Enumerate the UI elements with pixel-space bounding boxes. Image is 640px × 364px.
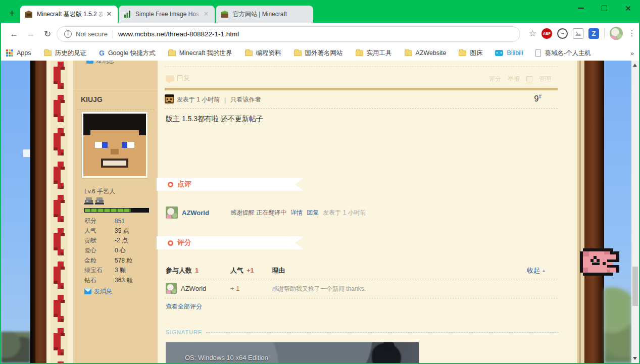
stat-label: 金粒	[84, 256, 115, 265]
manage-checkbox[interactable]	[526, 76, 532, 82]
post-header-dashed-divider	[165, 109, 558, 109]
previous-post-message-link[interactable]: 发消息	[86, 61, 114, 65]
comments-title: 点评	[177, 180, 191, 189]
bookmark-folder-foreign-sites[interactable]: 国外著名网站	[294, 49, 343, 58]
reply-button[interactable]: 回复	[166, 74, 190, 83]
rater-avatar[interactable]	[166, 283, 177, 294]
participants-header: 参与人数 1	[166, 266, 199, 275]
rate-link[interactable]: 评分	[489, 75, 501, 83]
maximize-button[interactable]	[593, 0, 616, 16]
tab-close-icon[interactable]: ✕	[202, 10, 210, 18]
browser-menu-button[interactable]: ⋮	[628, 29, 636, 38]
rater-name-link[interactable]: AZWorld	[181, 285, 206, 292]
bookmark-folder-azwebsite[interactable]: AZWebsite	[405, 49, 447, 57]
scrollbar-thumb[interactable]	[632, 267, 638, 306]
avatar-image	[610, 27, 623, 40]
poster-mini-avatar[interactable]	[165, 94, 174, 103]
bookmark-label: 实用工具	[367, 49, 392, 58]
tab-minecraft-official[interactable]: 官方网站 | Minecraft	[216, 6, 313, 23]
report-link[interactable]: 举报	[508, 75, 520, 83]
stat-popularity: 人气35 点	[84, 226, 132, 236]
bookmark-folder-minecraft[interactable]: Minecraft 我的世界	[168, 49, 232, 58]
tab-image-host[interactable]: Simple Free Image Hos ✕	[119, 6, 215, 23]
commenter-avatar[interactable]	[166, 206, 178, 219]
comment-detail-link[interactable]: 详情	[290, 209, 303, 217]
url-text[interactable]: www.mcbbs.net/thread-808822-1-1.html	[118, 30, 239, 38]
send-message-link[interactable]: 发消息	[96, 61, 114, 65]
stat-value[interactable]: 851	[115, 218, 125, 225]
post-time: 发表于 1 小时前	[177, 95, 220, 104]
maximize-icon	[602, 6, 607, 11]
tab-close-icon[interactable]: ✕	[105, 10, 113, 18]
page-border-khaki-right	[577, 61, 584, 363]
bookmark-personal-host[interactable]: 葵域名-个人主机	[535, 49, 591, 58]
reason-header: 理由	[272, 266, 285, 275]
signature-label: SIGNATURE	[166, 329, 202, 335]
collapse-link[interactable]: 收起	[527, 266, 540, 275]
new-tab-button[interactable]: +	[6, 8, 18, 20]
screenshot-extension-icon[interactable]	[573, 28, 583, 39]
participants-label: 参与人数	[166, 266, 192, 275]
red-bracket-pattern	[46, 61, 73, 363]
commenter-name-link[interactable]: AZWorld	[182, 209, 230, 217]
ratings-title: 评分	[177, 238, 191, 247]
info-icon[interactable]: i	[64, 30, 72, 38]
minimize-button[interactable]	[569, 0, 593, 16]
folder-icon	[356, 50, 363, 56]
back-button[interactable]: ←	[8, 28, 20, 40]
toolbar-right: ☆ ABP ~ Z ⋮	[529, 27, 636, 40]
comment-reply-link[interactable]: 回复	[307, 209, 319, 217]
reply-label: 回复	[177, 74, 190, 83]
send-message[interactable]: 发消息	[84, 287, 112, 296]
send-message-link[interactable]: 发消息	[94, 287, 112, 296]
stat-gold: 金粒578 粒	[84, 255, 132, 266]
bookmark-star-icon[interactable]: ☆	[529, 28, 536, 39]
author-avatar[interactable]	[82, 112, 147, 178]
google-g-icon: G	[99, 49, 105, 57]
ratings-section-header: 评分	[157, 236, 304, 249]
sidebar-post-divider	[73, 89, 158, 90]
tab-title-fade	[94, 6, 106, 23]
mountain-icon	[575, 31, 581, 36]
adblock-extension-icon[interactable]: ABP	[541, 28, 552, 39]
author-username[interactable]: KIUJG	[81, 95, 103, 103]
bookmark-label: 图床	[470, 49, 482, 58]
tab-mcbbs[interactable]: Minecraft 基岩版 1.5.2 发 ✕	[20, 6, 118, 23]
floor-hash: #	[538, 94, 541, 99]
apps-shortcut[interactable]: Apps	[6, 49, 31, 57]
profile-avatar[interactable]	[610, 27, 623, 40]
scroll-up-arrow[interactable]	[633, 64, 637, 67]
bookmark-folder-image-host[interactable]: 图床	[459, 49, 482, 58]
stat-emerald: 绿宝石3 颗	[84, 266, 132, 276]
reload-button[interactable]: ↻	[41, 28, 54, 40]
stat-value: 35 点	[115, 227, 129, 235]
scroll-down-arrow[interactable]	[633, 357, 637, 360]
forward-button[interactable]: →	[25, 28, 37, 40]
author-sidebar: 发消息 KIUJG Lv	[73, 61, 158, 363]
bookmark-folder-programming[interactable]: 编程资料	[245, 49, 281, 58]
folder-icon	[405, 50, 412, 56]
bookmark-folder-history[interactable]: 历史的见证	[44, 49, 87, 58]
medal-icon	[84, 197, 93, 204]
close-button[interactable]: ✕	[616, 0, 640, 16]
address-bar[interactable]: i Not secure www.mcbbs.net/thread-808822…	[57, 26, 520, 42]
rater-avatar-image	[166, 283, 177, 294]
view-all-ratings-link[interactable]: 查看全部评分	[166, 302, 202, 311]
bookmark-bilibili[interactable]: Bilibili	[495, 49, 523, 57]
rating-reason: 感谢帮助我又抢了一个新闻 thanks.	[272, 285, 366, 293]
bookmarks-overflow-chevron[interactable]: »	[630, 49, 634, 57]
toolbar-divider	[604, 28, 605, 38]
omnibox-divider	[113, 30, 113, 38]
stat-label: 钻石	[84, 276, 115, 285]
floor-number[interactable]: 9#	[534, 94, 541, 103]
manage-link[interactable]: 管理	[539, 75, 551, 83]
z-extension-icon[interactable]: Z	[588, 28, 599, 39]
page-scrollbar[interactable]	[631, 61, 639, 363]
signature-banner-image: OS: Windows 10 x64 Edition	[166, 342, 419, 363]
collapse-control[interactable]: 收起 ▲	[527, 266, 546, 275]
bookmark-google-shortcuts[interactable]: GGoogle 快捷方式	[99, 49, 156, 58]
bookmark-folder-tools[interactable]: 实用工具	[356, 49, 392, 58]
only-author-link[interactable]: 只看该作者	[230, 95, 261, 104]
s-circle-extension-icon[interactable]: ~	[557, 28, 568, 39]
pixel-fish-widget[interactable]	[580, 248, 619, 281]
